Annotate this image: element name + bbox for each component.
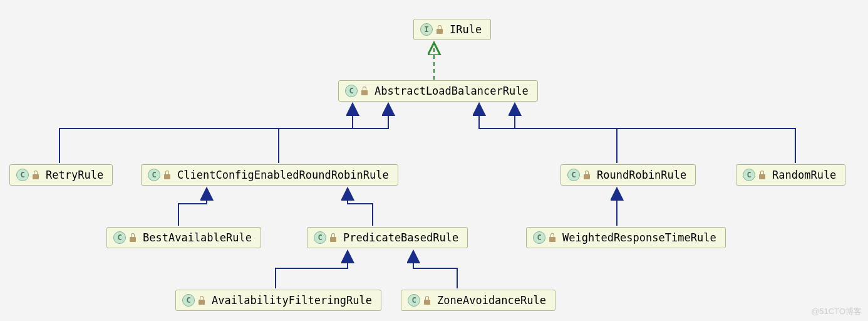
node-label: BestAvailableRule [143, 231, 252, 244]
node-label: ClientConfigEnabledRoundRobinRule [177, 169, 389, 181]
node-client-config-enabled-round-robin-rule[interactable]: C ClientConfigEnabledRoundRobinRule [141, 164, 398, 186]
node-label: WeightedResponseTimeRule [562, 231, 716, 244]
node-abstract-load-balancer-rule[interactable]: C AbstractLoadBalancerRule [338, 80, 538, 102]
lock-icon [329, 233, 337, 242]
node-retry-rule[interactable]: C RetryRule [9, 164, 113, 186]
lock-icon [198, 296, 205, 305]
node-label: RoundRobinRule [597, 169, 686, 181]
lock-icon [423, 296, 431, 305]
class-icon: C [345, 85, 358, 97]
lock-icon [163, 171, 171, 179]
lock-icon [129, 233, 137, 242]
node-label: AbstractLoadBalancerRule [375, 85, 529, 97]
class-icon: C [743, 169, 755, 181]
node-best-available-rule[interactable]: C BestAvailableRule [106, 227, 261, 248]
lock-icon [758, 171, 766, 179]
node-label: RetryRule [46, 169, 103, 181]
node-label: AvailabilityFilteringRule [212, 294, 372, 307]
class-icon: C [567, 169, 580, 181]
lock-icon [583, 171, 591, 179]
node-availability-filtering-rule[interactable]: C AvailabilityFilteringRule [175, 290, 381, 311]
node-weighted-response-time-rule[interactable]: C WeightedResponseTimeRule [526, 227, 726, 248]
class-icon: C [148, 169, 160, 181]
node-round-robin-rule[interactable]: C RoundRobinRule [561, 164, 696, 186]
class-icon: C [408, 294, 420, 307]
node-label: IRule [450, 23, 482, 36]
node-label: PredicateBasedRule [343, 231, 458, 244]
node-label: RandomRule [772, 169, 836, 181]
node-label: ZoneAvoidanceRule [437, 294, 546, 307]
lock-icon [436, 25, 443, 34]
interface-icon: I [420, 23, 433, 36]
node-random-rule[interactable]: C RandomRule [736, 164, 845, 186]
class-icon: C [182, 294, 195, 307]
class-icon: C [113, 231, 126, 244]
lock-icon [549, 233, 556, 242]
connector-layer [0, 0, 868, 321]
node-irule[interactable]: I IRule [413, 19, 491, 40]
class-icon: C [16, 169, 29, 181]
class-icon: C [314, 231, 326, 244]
node-predicate-based-rule[interactable]: C PredicateBasedRule [307, 227, 468, 248]
class-icon: C [533, 231, 545, 244]
node-zone-avoidance-rule[interactable]: C ZoneAvoidanceRule [401, 290, 555, 311]
lock-icon [32, 171, 39, 179]
watermark: @51CTO博客 [811, 306, 862, 317]
lock-icon [361, 87, 368, 95]
